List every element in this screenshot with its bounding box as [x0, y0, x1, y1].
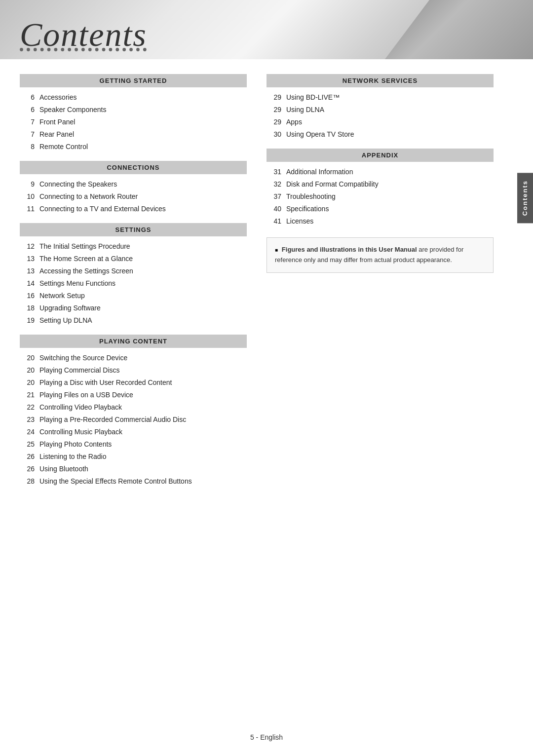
toc-entry: 37Troubleshooting	[266, 190, 494, 203]
toc-number: 11	[20, 204, 35, 214]
toc-entry: 16Network Setup	[20, 290, 247, 302]
toc-entry: 6Speaker Components	[20, 104, 247, 116]
toc-text: Using Opera TV Store	[286, 129, 494, 140]
toc-number: 14	[20, 278, 35, 289]
toc-number: 20	[20, 378, 35, 388]
toc-number: 6	[20, 105, 35, 115]
toc-entry: 21Playing Files on a USB Device	[20, 389, 247, 401]
section-header-connections: CONNECTIONS	[20, 161, 247, 174]
toc-text: Controlling Video Playback	[39, 402, 247, 413]
toc-entry: 20Switching the Source Device	[20, 352, 247, 364]
toc-entry: 40Specifications	[266, 203, 494, 215]
toc-entry: 32Disk and Format Compatibility	[266, 178, 494, 190]
toc-entry: 23Playing a Pre-Recorded Commercial Audi…	[20, 414, 247, 426]
toc-text: The Home Screen at a Glance	[39, 254, 247, 264]
toc-text: Accessories	[39, 92, 247, 103]
toc-entry: 6Accessories	[20, 91, 247, 104]
toc-number: 18	[20, 303, 35, 313]
toc-number: 31	[266, 167, 281, 177]
toc-number: 30	[266, 129, 281, 140]
toc-text: Using DLNA	[286, 105, 494, 115]
toc-entry: 9Connecting the Speakers	[20, 178, 247, 190]
toc-number: 19	[20, 315, 35, 326]
toc-number: 20	[20, 365, 35, 376]
side-tab: Contents	[517, 173, 533, 223]
toc-text: Using the Special Effects Remote Control…	[39, 476, 247, 487]
toc-number: 10	[20, 191, 35, 202]
toc-entry: 13Accessing the Settings Screen	[20, 265, 247, 277]
toc-entry: 28Using the Special Effects Remote Contr…	[20, 475, 247, 488]
toc-entry: 29Apps	[266, 116, 494, 128]
toc-text: Front Panel	[39, 117, 247, 127]
toc-number: 16	[20, 291, 35, 301]
right-column: NETWORK SERVICES29Using BD-LIVE™29Using …	[266, 74, 494, 490]
section-header-settings: SETTINGS	[20, 223, 247, 236]
toc-entry: 7Rear Panel	[20, 128, 247, 141]
header: Contents	[0, 0, 533, 59]
toc-number: 25	[20, 439, 35, 450]
toc-section-appendix: 31Additional Information32Disk and Forma…	[266, 166, 494, 227]
section-header-appendix: APPENDIX	[266, 149, 494, 162]
toc-entry: 41Licenses	[266, 215, 494, 227]
toc-number: 23	[20, 415, 35, 425]
page-title: Contents	[20, 15, 147, 54]
section-header-getting-started: GETTING STARTED	[20, 74, 247, 87]
toc-text: Connecting the Speakers	[39, 179, 247, 189]
toc-number: 9	[20, 179, 35, 189]
toc-number: 24	[20, 427, 35, 437]
toc-text: Playing Photo Contents	[39, 439, 247, 450]
toc-entry: 19Setting Up DLNA	[20, 314, 247, 327]
note-text: ■ Figures and illustrations in this User…	[275, 245, 485, 265]
toc-text: Using BD-LIVE™	[286, 92, 494, 103]
toc-text: Disk and Format Compatibility	[286, 179, 494, 189]
toc-text: Playing a Pre-Recorded Commercial Audio …	[39, 415, 247, 425]
toc-text: Connecting to a Network Router	[39, 191, 247, 202]
toc-text: Switching the Source Device	[39, 353, 247, 363]
toc-number: 29	[266, 92, 281, 103]
toc-number: 7	[20, 129, 35, 140]
main-content: GETTING STARTED6Accessories6Speaker Comp…	[0, 59, 533, 504]
toc-number: 8	[20, 142, 35, 152]
toc-entry: 20Playing Commercial Discs	[20, 364, 247, 377]
toc-entry: 11Connecting to a TV and External Device…	[20, 203, 247, 215]
toc-text: Accessing the Settings Screen	[39, 266, 247, 276]
toc-entry: 24Controlling Music Playback	[20, 426, 247, 438]
toc-text: The Initial Settings Procedure	[39, 241, 247, 252]
toc-number: 22	[20, 402, 35, 413]
toc-section-settings: 12The Initial Settings Procedure13The Ho…	[20, 240, 247, 327]
toc-number: 12	[20, 241, 35, 252]
toc-entry: 31Additional Information	[266, 166, 494, 178]
toc-number: 6	[20, 92, 35, 103]
toc-entry: 7Front Panel	[20, 116, 247, 128]
toc-entry: 20Playing a Disc with User Recorded Cont…	[20, 377, 247, 389]
toc-section-network-services: 29Using BD-LIVE™29Using DLNA29Apps30Usin…	[266, 91, 494, 141]
section-header-playing-content: PLAYING CONTENT	[20, 335, 247, 348]
toc-entry: 12The Initial Settings Procedure	[20, 240, 247, 253]
toc-entry: 26Listening to the Radio	[20, 451, 247, 463]
toc-entry: 30Using Opera TV Store	[266, 128, 494, 141]
toc-text: Specifications	[286, 204, 494, 214]
toc-number: 40	[266, 204, 281, 214]
toc-text: Playing a Disc with User Recorded Conten…	[39, 378, 247, 388]
toc-text: Additional Information	[286, 167, 494, 177]
note-bullet: ■	[275, 247, 279, 253]
toc-text: Connecting to a TV and External Devices	[39, 204, 247, 214]
toc-text: Network Setup	[39, 291, 247, 301]
toc-number: 21	[20, 390, 35, 400]
toc-number: 7	[20, 117, 35, 127]
toc-number: 29	[266, 105, 281, 115]
toc-entry: 25Playing Photo Contents	[20, 438, 247, 451]
left-column: GETTING STARTED6Accessories6Speaker Comp…	[20, 74, 247, 490]
toc-number: 13	[20, 266, 35, 276]
toc-number: 26	[20, 452, 35, 462]
toc-entry: 8Remote Control	[20, 141, 247, 153]
toc-text: Settings Menu Functions	[39, 278, 247, 289]
section-header-network-services: NETWORK SERVICES	[266, 74, 494, 87]
toc-number: 29	[266, 117, 281, 127]
toc-text: Apps	[286, 117, 494, 127]
toc-entry: 26Using Bluetooth	[20, 463, 247, 475]
toc-text: Listening to the Radio	[39, 452, 247, 462]
toc-number: 13	[20, 254, 35, 264]
toc-number: 37	[266, 191, 281, 202]
toc-text: Licenses	[286, 216, 494, 227]
